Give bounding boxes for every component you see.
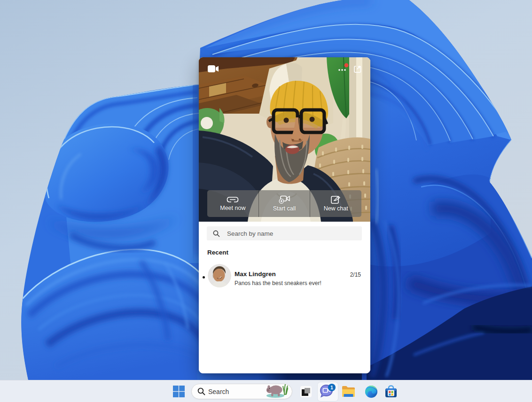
svg-text:1: 1 [330,384,333,390]
